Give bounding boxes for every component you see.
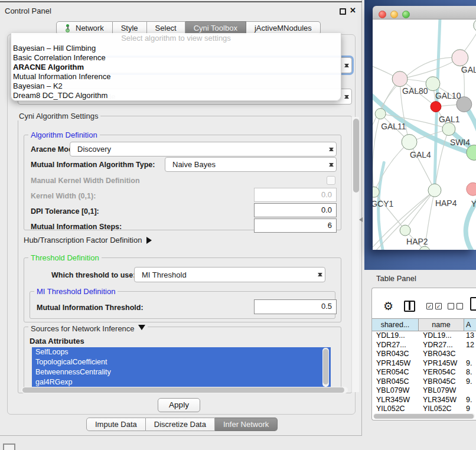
node-label: GAL10 [435, 91, 461, 100]
kernel-width-label: Kernel Width (0,1): [31, 192, 96, 200]
hub-definition-label: Hub/Transcription Factor Definition [24, 236, 142, 244]
combo-stepper-icon [328, 161, 334, 169]
table-row[interactable]: YBL079WYBL079W [372, 386, 476, 396]
table-cell: YBL079W [372, 386, 419, 396]
settings-vertical-scrollbar[interactable] [351, 117, 359, 392]
mi-threshold-definition-title: MI Threshold Definition [34, 287, 118, 296]
table-row[interactable]: YDR27...YDR27...12 [372, 341, 476, 350]
node-label: HAP4 [435, 198, 457, 208]
column-header[interactable]: shared... [372, 319, 419, 331]
table-row[interactable]: YIL052CYIL052C9 [372, 405, 476, 413]
column-layout-icon[interactable] [404, 301, 415, 312]
apply-button[interactable]: Apply [158, 398, 200, 412]
attribute-list-item[interactable]: BetweennessCentrality [32, 367, 331, 377]
panel-title: Control Panel [5, 6, 51, 15]
network-edge[interactable] [409, 142, 435, 190]
table-cell: YDL19... [372, 331, 419, 341]
sources-title: Sources for Network Inference [31, 324, 135, 333]
tab-discretize-data[interactable]: Discretize Data [146, 418, 215, 431]
network-node-gal10[interactable] [426, 77, 440, 91]
network-node-gal1[interactable] [442, 123, 455, 136]
table-row[interactable]: YBR043CYBR043C [372, 350, 476, 359]
table-row[interactable]: YBR045CYBR045C9. [372, 377, 476, 387]
table-cell: YLR345W [419, 396, 464, 405]
table-cell: YBR043C [372, 350, 419, 359]
network-node-y[interactable] [467, 182, 476, 195]
dropdown-item[interactable]: Bayesian – Hill Climbing [11, 44, 341, 53]
manual-kernel-checkbox[interactable] [327, 176, 335, 185]
table-cell: 9. [464, 359, 476, 369]
network-node[interactable] [431, 102, 441, 112]
column-header[interactable]: name [419, 319, 464, 331]
attribute-list-item[interactable]: SelfLoops [32, 347, 331, 357]
network-node-gal[interactable] [452, 50, 468, 66]
attribute-list-item[interactable]: TopologicalCoefficient [32, 357, 331, 367]
dropdown-item[interactable]: Dream8 DC_TDC Algorithm [11, 91, 341, 100]
algorithm-dropdown: Select algorithm to view settings Bayesi… [11, 33, 341, 101]
deselect-all-box-icon[interactable] [448, 303, 454, 309]
which-threshold-combo[interactable]: MI Threshold [134, 267, 325, 282]
network-node-gal80[interactable] [392, 71, 407, 87]
tab-infer-network[interactable]: Infer Network [215, 418, 278, 431]
node-label: GAL4 [410, 150, 431, 159]
select-all-check-icon[interactable]: ✓ [435, 303, 442, 309]
window-top-border [0, 1, 362, 2]
settings-gear-icon[interactable]: ⚙ [383, 301, 393, 312]
dropdown-item[interactable]: ARACNE Algorithm [11, 63, 341, 72]
dropdown-item[interactable]: Basic Correlation Inference [11, 53, 341, 63]
attribute-list-item[interactable]: gal4RGexp [32, 377, 331, 387]
network-edge[interactable] [405, 190, 435, 230]
kernel-width-field[interactable]: 0.0 [254, 188, 337, 202]
mi-threshold-field[interactable]: 0.5 [254, 299, 337, 314]
float-window-icon[interactable] [340, 8, 346, 15]
dropdown-item[interactable]: Mutual Information Inference [11, 72, 341, 81]
table-header: shared...nameA [372, 318, 476, 331]
mi-steps-field[interactable]: 6 [254, 219, 337, 233]
network-window-titlebar[interactable] [373, 6, 476, 19]
table-row[interactable]: YDL19...YDL19...13 [372, 331, 476, 341]
table-cell [464, 350, 476, 359]
table-cell: YBR045C [372, 377, 419, 387]
table-panel: ⚙ ✓ ✓ shared...nameA YDL19...YDL19...13Y… [371, 288, 476, 420]
table-cell: YDR27... [419, 341, 464, 350]
hub-definition-expander[interactable]: Hub/Transcription Factor Definition [24, 236, 155, 244]
dpi-tolerance-field[interactable]: 0.0 [254, 203, 337, 217]
table-row[interactable]: YLR345WYLR345W9. [372, 396, 476, 405]
tab-impute-data[interactable]: Impute Data [86, 418, 146, 431]
network-node-hap4[interactable] [428, 184, 441, 197]
close-traffic-light-icon[interactable] [379, 11, 386, 18]
select-all-check-icon[interactable]: ✓ [426, 303, 433, 309]
panel-splitter-handle[interactable] [357, 217, 363, 222]
network-canvas[interactable]: GALGAL80GAL10GAL1GAL11GAL4SWI4GCY1HAP4YH… [373, 19, 476, 250]
settings-horizontal-scrollbar[interactable] [21, 387, 348, 393]
network-node-gal11[interactable] [375, 109, 386, 119]
minimized-panel-grip[interactable] [3, 444, 15, 450]
network-node-gal4[interactable] [402, 135, 417, 150]
network-node[interactable] [474, 19, 476, 32]
zoom-traffic-light-icon[interactable] [402, 11, 410, 18]
attributes-list-scrollbar[interactable] [322, 348, 329, 387]
column-header[interactable]: A [464, 319, 476, 331]
node-label: GAL [461, 65, 476, 74]
network-node-hap2[interactable] [400, 225, 410, 236]
aracne-mode-combo[interactable]: Discovery [70, 142, 337, 156]
which-threshold-value: MI Threshold [135, 270, 187, 279]
tab-label: jActiveMNodules [255, 24, 312, 32]
close-icon[interactable]: ✕ [350, 6, 356, 15]
table-cell: 9. [464, 377, 476, 387]
mi-type-combo[interactable]: Naive Bayes [165, 157, 337, 172]
new-table-icon[interactable] [470, 297, 476, 311]
dropdown-item[interactable]: Bayesian – K2 [11, 81, 341, 91]
minimize-traffic-light-icon[interactable] [390, 11, 398, 18]
table-cell: YIL052C [372, 405, 419, 413]
combo-stepper-icon [344, 61, 349, 70]
table-row[interactable]: YPR145WYPR145W9. [372, 359, 476, 369]
table-horizontal-scrollbar[interactable] [373, 413, 475, 419]
sources-expander[interactable]: Sources for Network Inference [28, 322, 148, 333]
table-row[interactable]: YER054CYER054C8. [372, 368, 476, 377]
table-cell: 9. [464, 396, 476, 405]
deselect-all-box-icon[interactable] [457, 303, 463, 309]
dpi-tolerance-label: DPI Tolerance [0,1]: [31, 207, 99, 216]
table-cell [464, 386, 476, 396]
network-edge[interactable] [400, 58, 459, 79]
